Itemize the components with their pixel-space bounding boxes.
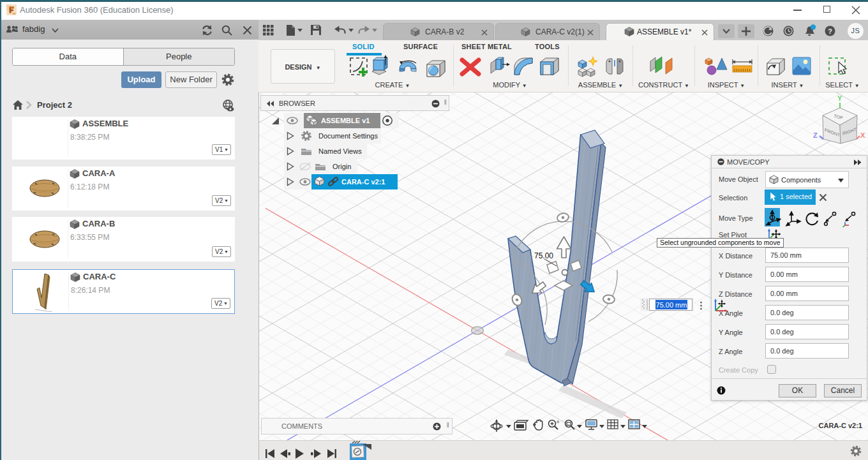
svg-text:X: X bbox=[860, 131, 865, 139]
svg-text:?: ? bbox=[828, 27, 832, 35]
svg-text:Z: Z bbox=[813, 131, 818, 139]
svg-text:Y: Y bbox=[837, 94, 842, 102]
svg-text:75.00: 75.00 bbox=[534, 251, 553, 260]
